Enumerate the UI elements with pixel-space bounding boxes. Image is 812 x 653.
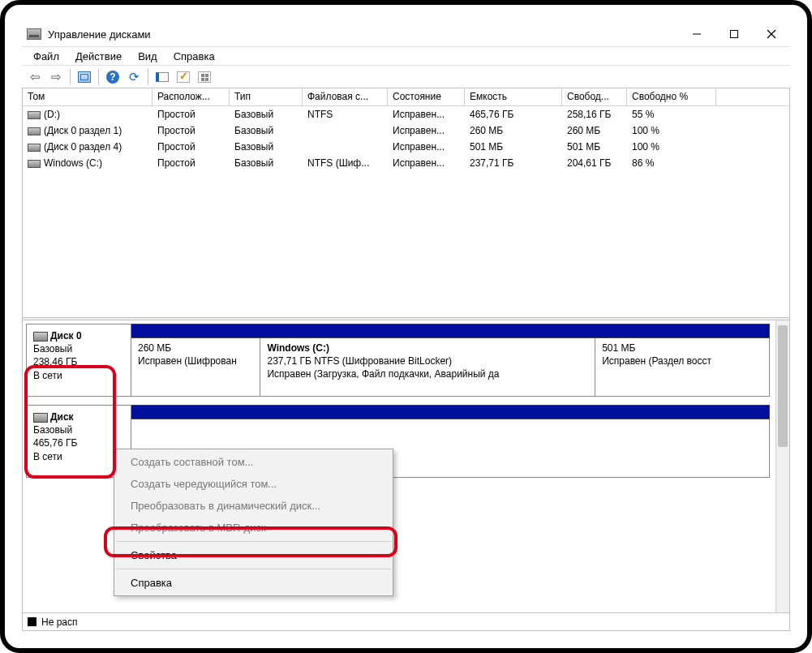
- title-bar: Управление дисками: [22, 22, 790, 46]
- disk-icon: [33, 413, 48, 423]
- disk-header-bar: [131, 324, 770, 338]
- disk-header-bar: [131, 405, 770, 419]
- col-status[interactable]: Состояние: [388, 88, 465, 105]
- refresh-button[interactable]: [124, 67, 144, 87]
- properties-button[interactable]: [153, 67, 172, 87]
- col-type[interactable]: Тип: [230, 88, 303, 105]
- col-free-pct[interactable]: Свободно %: [627, 88, 716, 105]
- table-row[interactable]: (D:)ПростойБазовыйNTFSИсправен...465,76 …: [23, 106, 789, 122]
- volume-icon: [28, 127, 41, 135]
- check-icon: [177, 71, 190, 83]
- context-menu-item[interactable]: Свойства: [114, 544, 393, 566]
- close-button[interactable]: [753, 22, 790, 46]
- context-menu[interactable]: Создать составной том...Создать чередующ…: [114, 449, 393, 596]
- partition-cell[interactable]: Windows (C:)237,71 ГБ NTFS (Шифрование B…: [260, 338, 595, 397]
- menu-action[interactable]: Действие: [67, 49, 130, 64]
- app-icon: [27, 28, 41, 40]
- table-row[interactable]: (Диск 0 раздел 1)ПростойБазовыйИсправен.…: [23, 122, 789, 139]
- context-menu-item: Создать составной том...: [114, 451, 393, 473]
- svg-rect-1: [731, 31, 738, 38]
- window-title: Управление дисками: [48, 28, 151, 41]
- disk-label[interactable]: Диск 0Базовый238,46 ГБВ сети: [26, 324, 131, 397]
- legend-swatch-unallocated: [28, 617, 37, 626]
- table-row[interactable]: Windows (C:)ПростойБазовыйNTFS (Шиф...Ис…: [23, 155, 789, 171]
- toolbar-separator: [98, 69, 99, 85]
- menu-view[interactable]: Вид: [130, 49, 165, 64]
- partition-cell[interactable]: 501 МБИсправен (Раздел восст: [595, 338, 770, 397]
- context-menu-item: Создать чередующийся том...: [114, 473, 393, 495]
- context-menu-separator: [116, 569, 391, 569]
- context-menu-item: Преобразовать в MBR-диск: [114, 517, 393, 539]
- toolbar-separator: [148, 69, 148, 85]
- show-hide-console-button[interactable]: [75, 67, 94, 87]
- col-layout[interactable]: Располож...: [153, 88, 230, 105]
- disk-icon: [33, 332, 48, 342]
- console-tree-icon: [78, 71, 91, 83]
- disk-row[interactable]: Диск 0Базовый238,46 ГБВ сети260 МБИсправ…: [26, 324, 770, 397]
- properties-icon: [156, 72, 169, 82]
- volume-list[interactable]: (D:)ПростойБазовыйNTFSИсправен...465,76 …: [23, 106, 789, 317]
- legend-label-unallocated: Не расп: [41, 616, 78, 628]
- col-volume[interactable]: Том: [23, 88, 153, 105]
- refresh-icon: [129, 70, 140, 84]
- menu-help[interactable]: Справка: [165, 49, 223, 64]
- context-menu-item[interactable]: Справка: [114, 572, 393, 594]
- help-button[interactable]: ?: [103, 67, 122, 87]
- arrow-left-icon: [30, 70, 41, 84]
- nav-back-button[interactable]: [25, 67, 45, 87]
- col-free[interactable]: Свобод...: [562, 88, 627, 105]
- volume-list-header: Том Располож... Тип Файловая с... Состоя…: [23, 88, 789, 106]
- col-capacity[interactable]: Емкость: [465, 88, 562, 105]
- minimize-button[interactable]: [678, 22, 715, 46]
- context-menu-item: Преобразовать в динамический диск...: [114, 495, 393, 517]
- scrollbar-thumb[interactable]: [778, 325, 788, 447]
- maximize-button[interactable]: [715, 22, 753, 46]
- scrollbar-vertical[interactable]: [775, 320, 789, 612]
- nav-forward-button[interactable]: [46, 67, 66, 87]
- arrow-right-icon: [51, 70, 62, 84]
- menu-file[interactable]: Файл: [25, 49, 67, 64]
- volume-icon: [28, 111, 41, 119]
- col-filesystem[interactable]: Файловая с...: [303, 88, 388, 105]
- toolbar-separator: [70, 69, 71, 85]
- help-icon: ?: [106, 71, 119, 84]
- settings-button[interactable]: [174, 67, 193, 87]
- options-icon: [198, 71, 211, 83]
- toolbar: ?: [22, 66, 790, 88]
- volume-icon: [28, 160, 41, 168]
- options-button[interactable]: [195, 67, 214, 87]
- volume-icon: [28, 144, 41, 152]
- menu-bar: Файл Действие Вид Справка: [22, 46, 790, 66]
- partition-cell[interactable]: 260 МБИсправен (Шифрован: [131, 338, 260, 397]
- context-menu-separator: [116, 541, 391, 542]
- legend-bar: Не расп: [23, 612, 789, 630]
- table-row[interactable]: (Диск 0 раздел 4)ПростойБазовыйИсправен.…: [23, 139, 789, 155]
